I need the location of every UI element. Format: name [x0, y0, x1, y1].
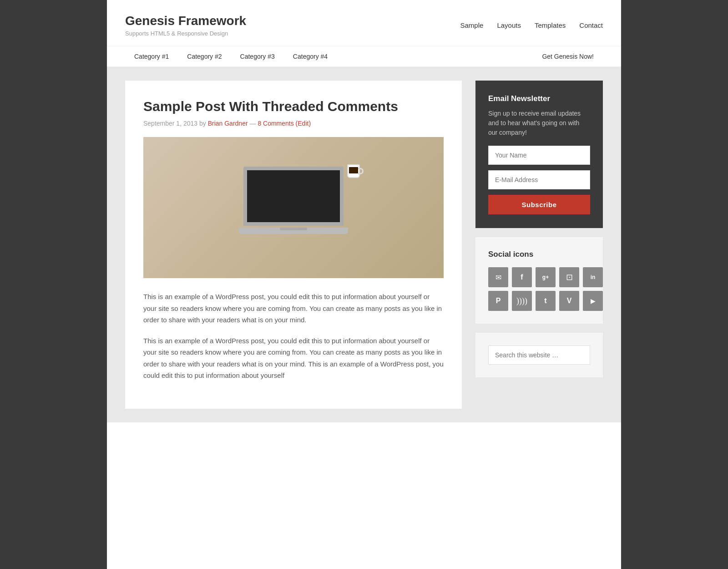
laptop-screen — [243, 167, 344, 226]
instagram-icon[interactable]: ⊡ — [559, 267, 579, 287]
google-plus-icon[interactable]: g+ — [536, 267, 556, 287]
twitter-icon[interactable]: t — [536, 291, 556, 311]
nav-layouts[interactable]: Layouts — [497, 21, 521, 29]
newsletter-title: Email Newsletter — [488, 94, 590, 103]
newsletter-form: Subscribe — [488, 146, 590, 214]
pinterest-icon[interactable]: P — [488, 291, 508, 311]
cup-body — [347, 164, 360, 178]
nav-get-genesis[interactable]: Get Genesis Now! — [533, 46, 603, 66]
nav-category-3[interactable]: Category #3 — [231, 46, 284, 66]
nav-category-1[interactable]: Category #1 — [125, 46, 178, 66]
social-title: Social icons — [488, 250, 590, 259]
post-body: This is an example of a WordPress post, … — [143, 291, 444, 381]
nav-templates[interactable]: Templates — [535, 21, 566, 29]
post-comments-link[interactable]: 8 Comments (Edit) — [258, 120, 311, 127]
content-wrapper: Sample Post With Threaded Comments Septe… — [107, 67, 621, 422]
newsletter-description: Sign up to receive email updates and to … — [488, 109, 590, 137]
linkedin-icon[interactable]: in — [583, 267, 603, 287]
sidebar: Email Newsletter Sign up to receive emai… — [475, 81, 603, 377]
site-title: Genesis Framework — [125, 14, 246, 28]
cup-handle — [358, 168, 364, 174]
vimeo-icon[interactable]: V — [559, 291, 579, 311]
nav-category-2[interactable]: Category #2 — [178, 46, 231, 66]
post-dash: — — [249, 120, 258, 127]
youtube-icon[interactable]: ▶ — [583, 291, 603, 311]
site-branding: Genesis Framework Supports HTML5 & Respo… — [125, 14, 246, 37]
laptop-base — [239, 228, 348, 234]
secondary-nav-left: Category #1 Category #2 Category #3 Cate… — [125, 46, 337, 66]
widget-newsletter: Email Newsletter Sign up to receive emai… — [475, 81, 603, 228]
post-title: Sample Post With Threaded Comments — [143, 99, 444, 114]
laptop-illustration — [234, 167, 353, 249]
social-icons-grid: ✉ f g+ ⊡ in P )))) t V ▶ — [488, 267, 590, 311]
nav-contact[interactable]: Contact — [579, 21, 603, 29]
facebook-icon[interactable]: f — [512, 267, 532, 287]
laptop-scene — [143, 137, 444, 278]
main-nav: Sample Layouts Templates Contact — [460, 21, 603, 29]
email-icon[interactable]: ✉ — [488, 267, 508, 287]
search-input[interactable] — [488, 345, 590, 365]
post-meta: September 1, 2013 by Brian Gardner — 8 C… — [143, 120, 444, 127]
secondary-nav: Category #1 Category #2 Category #3 Cate… — [107, 46, 621, 67]
newsletter-name-input[interactable] — [488, 146, 590, 165]
post-paragraph-2: This is an example of a WordPress post, … — [143, 335, 444, 381]
laptop-screen-inner — [247, 170, 340, 222]
widget-social: Social icons ✉ f g+ ⊡ in P )))) t V ▶ — [475, 237, 603, 324]
post-image — [143, 137, 444, 278]
nav-category-4[interactable]: Category #4 — [284, 46, 337, 66]
nav-sample[interactable]: Sample — [460, 21, 484, 29]
subscribe-button[interactable]: Subscribe — [488, 195, 590, 214]
coffee-cup — [347, 164, 362, 181]
widget-search — [475, 333, 603, 377]
post-paragraph-1: This is an example of a WordPress post, … — [143, 291, 444, 326]
rss-icon[interactable]: )))) — [512, 291, 532, 311]
post-date: September 1, 2013 by — [143, 120, 206, 127]
site-header: Genesis Framework Supports HTML5 & Respo… — [107, 0, 621, 46]
newsletter-email-input[interactable] — [488, 170, 590, 189]
cup-coffee — [349, 167, 358, 173]
main-content: Sample Post With Threaded Comments Septe… — [125, 81, 462, 409]
secondary-nav-right: Get Genesis Now! — [533, 46, 603, 66]
site-tagline: Supports HTML5 & Responsive Design — [125, 30, 246, 37]
post-author-link[interactable]: Brian Gardner — [208, 120, 248, 127]
